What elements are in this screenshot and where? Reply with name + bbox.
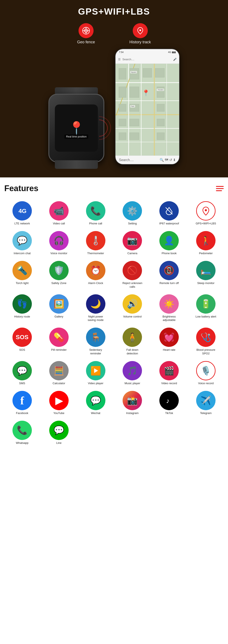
feature-label-pill: Pill reminder <box>51 348 67 352</box>
feature-item-brightness: ☀️Brightness adjustable <box>151 292 187 324</box>
feature-item-voice-monitor: 🎧Voice monitor <box>41 229 77 257</box>
feature-icon-history-route: 👣 <box>13 294 32 314</box>
feature-label-wechat: Wechat <box>91 412 100 415</box>
feature-icon-thermometer: 🌡️ <box>86 231 105 250</box>
feature-label-remote-off: Remote turn off <box>160 282 179 285</box>
phone-status-bar: 7:54 4G ▮▮▮ <box>116 49 179 55</box>
feature-label-sos: SOS <box>19 348 25 352</box>
feature-icon-low-battery: 🔋 <box>196 294 215 314</box>
feature-label-reject-calls: Reject unknown calls <box>121 282 144 289</box>
feature-icon-telegram: ✈️ <box>196 391 215 410</box>
feature-label-setting: Setting <box>128 222 137 226</box>
features-title: Features <box>4 184 38 193</box>
feature-label-whatsapp: Whatsapp <box>16 441 29 445</box>
feature-item-remote-off: 📵Remote turn off <box>151 259 187 290</box>
feature-item-music-player: 🎵Music player <box>115 359 150 387</box>
feature-icon-intercom: 💬 <box>13 231 32 250</box>
feature-label-voice-monitor: Voice monitor <box>50 252 67 255</box>
feature-label-thermometer: Thermometer <box>87 252 104 255</box>
feature-label-alarm: Alarm Clock <box>88 282 103 285</box>
map-grid: Square Theatre Park 📍 <box>116 64 179 156</box>
feature-label-pedometer: Pedometer <box>199 252 213 255</box>
feature-icon-video-call: 📹 <box>49 201 69 220</box>
feature-label-sms: SMS <box>19 382 25 385</box>
feature-label-safety-zone: Safety Zone <box>51 282 66 285</box>
feature-label-youtube: YouTube <box>53 412 64 415</box>
hamburger-menu[interactable] <box>216 186 224 191</box>
feature-item-thermometer: 🌡️Thermometer <box>78 229 113 257</box>
feature-label-torch: Torch light <box>16 282 28 285</box>
feature-label-sleep: Sleep monitor <box>197 282 214 285</box>
ping-ring-2 <box>99 116 111 140</box>
feature-icon-torch: 🔦 <box>13 261 32 280</box>
feature-item-volume: 🔊Volume control <box>115 292 150 324</box>
feature-icon-line: 💬 <box>49 421 69 440</box>
hero-section: GPS+WIFI+LBS Geo fence History track <box>0 0 228 178</box>
feature-item-safety-zone: 🛡️Safety Zone <box>41 259 77 290</box>
feature-item-calculator: 🧮Calculator <box>41 359 77 387</box>
menu-icon: ☰ <box>118 58 121 61</box>
feature-item-facebook: fFacebook <box>4 389 40 417</box>
feature-item-intercom: 💬Intercom chat <box>4 229 40 257</box>
hamburger-line-3 <box>216 190 222 191</box>
feature-item-waterproof: IP67 waterproof <box>151 200 187 227</box>
feature-item-blood-pressure: 🩺Blood pressure SPO2 <box>188 326 224 357</box>
feature-icon-pill: 💊 <box>49 328 69 347</box>
feature-icon-wechat: 💬 <box>86 391 105 410</box>
feature-item-tiktok: ♪TikTok <box>151 389 187 417</box>
feature-item-night-power: 🌙Night power saving mode <box>78 292 113 324</box>
feature-icon-blood-pressure: 🩺 <box>196 328 215 347</box>
feature-item-lte: 4GLTE network <box>4 200 40 227</box>
hero-title: GPS+WIFI+LBS <box>4 6 224 17</box>
map-pin: 📍 <box>142 90 150 96</box>
feature-label-camera: Camera <box>127 252 137 255</box>
feature-icon-tiktok: ♪ <box>159 391 179 410</box>
feature-label-phonebook: Phone book <box>162 252 177 255</box>
feature-label-telegram: Telegram <box>200 412 211 415</box>
feature-label-heart-rate: Heart rate <box>163 348 175 352</box>
feature-icon-facebook: f <box>13 391 32 410</box>
feature-item-setting: ⚙️Setting <box>115 200 150 227</box>
history-track-icon <box>133 23 148 38</box>
svg-point-4 <box>139 30 141 31</box>
features-section: Features 4GLTE network📹Video call📞Phone … <box>0 178 228 453</box>
map-label-3: Park <box>130 105 135 108</box>
feature-label-tiktok: TikTok <box>165 412 173 415</box>
watch-screen: 📍 Real time position <box>55 104 98 152</box>
feature-icon-voice-monitor: 🎧 <box>49 231 69 250</box>
feature-icon-phone-call: 📞 <box>86 201 105 220</box>
map-search-text: Search.... <box>119 158 134 162</box>
feature-item-history-route: 👣History route <box>4 292 40 324</box>
feature-item-fall-down: 🧍Fall down detection <box>115 326 150 357</box>
feature-item-line: 💬Line <box>41 419 77 447</box>
feature-label-voice-record: Voice record <box>198 382 213 385</box>
phone-bottom-bar: Search.... 🔍 🗺 ↺ ⬇ <box>116 156 179 164</box>
feature-label-lte: LTE network <box>15 222 30 226</box>
hero-devices: 📍 Real time position 7:54 4G ▮▮▮ ☰ <box>4 49 224 169</box>
feature-label-music-player: Music player <box>125 382 140 385</box>
feature-icon-sedentary: 🪑 <box>86 328 105 347</box>
feature-label-phone-call: Phone call <box>89 222 102 226</box>
feature-item-heart-rate: 💓Heart rate <box>151 326 187 357</box>
phone-status-icons: 4G ▮▮▮ <box>168 51 176 54</box>
feature-icon-gallery: 🖼️ <box>49 294 69 314</box>
feature-label-blood-pressure: Blood pressure SPO2 <box>194 348 218 356</box>
geo-icons-row: Geo fence History track <box>4 23 224 44</box>
feature-item-whatsapp: 📞Whatsapp <box>4 419 40 447</box>
watch-pin-icon: 📍 <box>68 120 84 136</box>
feature-icon-voice-record: 🎙️ <box>196 361 215 380</box>
feature-item-telegram: ✈️Telegram <box>188 389 224 417</box>
feature-icon-camera: 📷 <box>123 231 142 250</box>
feature-label-sedentary: Sedentary reminder <box>84 348 107 356</box>
feature-icon-video-record: 🎬 <box>159 361 179 380</box>
feature-item-youtube: ▶YouTube <box>41 389 77 417</box>
geo-fence-icon <box>78 23 93 38</box>
hamburger-line-1 <box>216 186 224 187</box>
feature-item-low-battery: 🔋Low battery alert <box>188 292 224 324</box>
feature-icon-music-player: 🎵 <box>123 361 142 380</box>
feature-icon-volume: 🔊 <box>123 294 142 314</box>
feature-label-calculator: Calculator <box>52 382 65 385</box>
feature-icon-setting: ⚙️ <box>123 201 142 220</box>
feature-icon-calculator: 🧮 <box>49 361 69 380</box>
feature-item-pedometer: 🚶Pedometer <box>188 229 224 257</box>
